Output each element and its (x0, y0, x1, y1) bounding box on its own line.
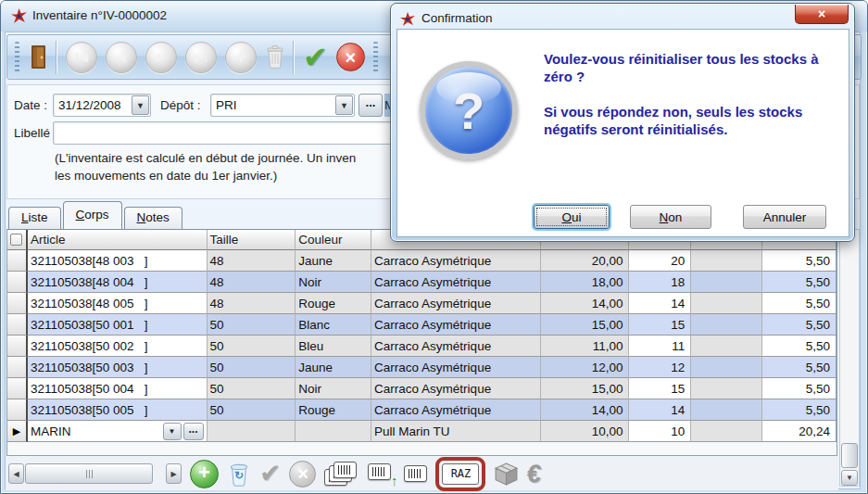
cell-couleur[interactable]: Jaune (296, 357, 371, 378)
cell-qty-decimal[interactable]: 11,00 (541, 336, 630, 357)
cell-designation[interactable]: Carraco Asymétrique (371, 357, 541, 378)
cell-qty[interactable]: 15 (629, 378, 691, 399)
cell-qty[interactable]: 20 (629, 250, 691, 272)
cell-price[interactable]: 5,50 (762, 250, 837, 272)
cell-designation[interactable]: Pull Marin TU (371, 421, 541, 442)
scroll-right-button[interactable]: ▶ (166, 463, 182, 484)
annuler-button[interactable]: Annuler (743, 205, 826, 229)
cell-couleur[interactable]: Noir (296, 272, 371, 293)
cell-designation[interactable]: Carraco Asymétrique (371, 336, 541, 357)
horizontal-scrollbar-thumb[interactable] (25, 463, 153, 484)
cell-qty-decimal[interactable]: 15,00 (541, 314, 630, 336)
cancel-x-icon[interactable]: × (336, 43, 365, 71)
tab-liste[interactable]: Liste (8, 207, 61, 229)
dialog-close-button[interactable]: × (795, 5, 849, 24)
cell-qty[interactable]: 14 (629, 293, 691, 314)
barcode-card-icon[interactable] (404, 465, 427, 482)
tab-corps[interactable]: Corps (63, 201, 122, 229)
row-selector[interactable] (7, 250, 28, 272)
cell-taille[interactable]: 50 (208, 357, 296, 378)
article-browse-button[interactable]: ... (183, 423, 204, 440)
cell-article[interactable]: 321105038[48 003 ] (28, 250, 208, 272)
cell-designation[interactable]: Carraco Asymétrique (371, 250, 541, 272)
header-select-all[interactable] (7, 230, 28, 250)
cell-article[interactable]: 321105038[50 004 ] (28, 378, 208, 399)
add-record-button[interactable]: + (225, 42, 257, 73)
cell-taille[interactable]: 48 (208, 272, 296, 293)
stock-cube-icon[interactable] (494, 462, 519, 487)
raz-button[interactable]: RAZ (442, 463, 479, 485)
row-selector[interactable] (7, 399, 28, 421)
row-selector[interactable] (7, 336, 28, 357)
cell-taille[interactable]: 50 (208, 336, 296, 357)
cell-qty[interactable]: 14 (629, 399, 691, 421)
depot-dropdown-icon[interactable]: ▼ (335, 95, 353, 115)
cell-couleur[interactable]: Rouge (296, 293, 371, 314)
cell-article[interactable]: 321105038[50 003 ] (28, 357, 208, 378)
cell-couleur[interactable]: Noir (296, 378, 371, 399)
cell-empty[interactable] (691, 314, 762, 336)
euro-valuation-icon[interactable]: € (526, 460, 543, 488)
cell-empty[interactable] (691, 378, 762, 399)
barcode-import-icon[interactable]: ↑ (368, 462, 396, 486)
cancel-x-icon-disabled[interactable]: × (289, 461, 316, 488)
cell-price[interactable]: 5,50 (762, 378, 837, 399)
cell-couleur[interactable]: Blanc (296, 314, 371, 336)
oui-button[interactable]: Oui (534, 205, 610, 229)
cell-qty-decimal[interactable]: 12,00 (541, 357, 630, 378)
non-button[interactable]: Non (630, 205, 711, 229)
cell-price[interactable]: 5,50 (762, 399, 837, 421)
row-selector[interactable] (7, 272, 28, 293)
cell-empty[interactable] (691, 336, 762, 357)
cell-empty[interactable] (691, 399, 762, 421)
toolbar-grip-icon[interactable] (373, 42, 378, 73)
cell-designation[interactable]: Carraco Asymétrique (371, 293, 541, 314)
cell-empty[interactable] (691, 272, 762, 293)
cell-qty[interactable]: 12 (629, 357, 691, 378)
cell-price[interactable]: 20,24 (762, 421, 837, 442)
tab-notes[interactable]: Notes (124, 207, 182, 229)
cell-designation[interactable]: Carraco Asymétrique (371, 314, 541, 336)
nav-last-button[interactable]: ▶ (185, 42, 217, 73)
depot-browse-button[interactable]: ... (359, 94, 383, 117)
cell-qty[interactable]: 10 (629, 421, 691, 442)
cell-qty-decimal[interactable]: 10,00 (541, 421, 630, 442)
cell-empty[interactable] (691, 293, 762, 314)
header-taille[interactable]: Taille (208, 230, 296, 250)
row-selector[interactable]: ▶ (7, 421, 28, 442)
vertical-scrollbar-thumb[interactable] (841, 443, 858, 468)
header-couleur[interactable]: Couleur (296, 230, 371, 250)
cell-couleur[interactable] (296, 421, 371, 442)
row-selector[interactable] (7, 314, 28, 336)
cell-taille[interactable]: 50 (208, 314, 296, 336)
cell-empty[interactable] (691, 357, 762, 378)
header-article[interactable]: Article (28, 230, 208, 250)
scroll-left-button[interactable]: ◀ (8, 463, 24, 484)
scroll-down-button[interactable]: ▼ (841, 470, 858, 486)
cell-qty-decimal[interactable]: 14,00 (541, 293, 630, 314)
cell-designation[interactable]: Carraco Asymétrique (371, 399, 541, 421)
cell-qty-decimal[interactable]: 14,00 (541, 399, 630, 421)
depot-field[interactable]: PRI ▼ (210, 94, 355, 117)
cell-empty[interactable] (691, 421, 762, 442)
add-row-button[interactable]: + (190, 460, 219, 488)
cell-qty-decimal[interactable]: 20,00 (541, 250, 630, 272)
date-field[interactable]: 31/12/2008 ▼ (53, 94, 151, 117)
barcode-stack-icon[interactable] (324, 462, 359, 487)
cell-article[interactable]: 321105038[48 004 ] (28, 272, 208, 293)
cell-empty[interactable] (691, 250, 762, 272)
exit-door-icon[interactable] (28, 44, 48, 70)
nav-previous-button[interactable]: ◀ (106, 42, 137, 73)
validate-check-icon-disabled[interactable]: ✔ (259, 461, 281, 487)
cell-couleur[interactable]: Bleu (296, 336, 371, 357)
cell-article[interactable]: MARIN▼... (28, 421, 208, 442)
select-all-checkbox[interactable] (10, 234, 22, 246)
cell-taille[interactable]: 48 (208, 250, 296, 272)
cell-taille[interactable]: 50 (208, 399, 296, 421)
cell-qty[interactable]: 11 (629, 336, 691, 357)
cell-qty[interactable]: 15 (629, 314, 691, 336)
cell-price[interactable]: 5,50 (762, 314, 837, 336)
cell-qty-decimal[interactable]: 15,00 (541, 378, 630, 399)
cell-couleur[interactable]: Jaune (296, 250, 371, 272)
cell-article[interactable]: 321105038[50 002 ] (28, 336, 208, 357)
